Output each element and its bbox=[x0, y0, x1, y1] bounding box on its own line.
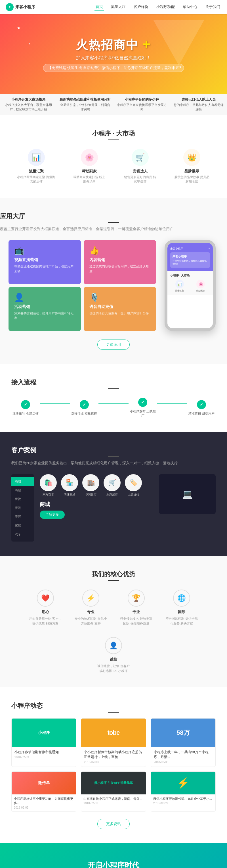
process-divider bbox=[108, 389, 119, 389]
market-icons: 📊 流量汇聚 小程序帮助商家汇聚 流量到您的店铺 🌸 帮助到家 帮助商家快速打造… bbox=[17, 149, 210, 184]
dynamics-card-img-0: 小程序 bbox=[12, 718, 76, 747]
dynamics-card-3[interactable]: 微传单 小程序新增近三个重要功能，为商家提供更多... 2018-02-03 bbox=[11, 771, 76, 812]
app-card-3[interactable]: 🎙️ 语音自助充值 便捷的语音充值服务，提升用户体验和留存 bbox=[84, 287, 156, 331]
cases-sidebar-item-1[interactable]: 商超 bbox=[11, 486, 34, 495]
nav-item-home[interactable]: 首页 bbox=[94, 4, 104, 10]
phone-hero-box: 来客小程序 开创生活新时代，激励自己赚钱钱财富! bbox=[170, 252, 210, 268]
advantage-0: ❤️ 用心 用心服务每一位 客户，提供优质 解决方案 bbox=[28, 590, 63, 626]
cases-more-button[interactable]: 了解更多 bbox=[40, 510, 65, 519]
qr-box-0: 🛍️ bbox=[40, 474, 57, 491]
app-card-icon-2: 👤 bbox=[14, 293, 75, 302]
dynamics-card-body-5: 微信小程序开放源代码，允许企业基于小... 2018-02-03 bbox=[151, 795, 215, 807]
phone-mini-icon-0: 📊 流量汇聚 bbox=[170, 280, 189, 292]
process-title: 接入流程 bbox=[11, 378, 216, 387]
app-hall-divider bbox=[108, 222, 119, 223]
plus-icon: + bbox=[143, 37, 151, 52]
advantages-divider bbox=[108, 580, 119, 581]
app-hall-inner: 📺 视频直播营销 帮助企业通过视频内容推广产品，引起用户互动 👍 内容营销 通过… bbox=[0, 240, 227, 331]
process-dot-1: ✓ bbox=[80, 400, 89, 409]
nav-item-help[interactable]: 帮助中心 bbox=[182, 4, 199, 10]
more-dynamics-button[interactable]: 更多资讯 bbox=[97, 819, 130, 829]
logo-text: 来客小程序 bbox=[15, 4, 35, 10]
dynamics-card-img-2: 58万 bbox=[151, 718, 215, 747]
app-card-0[interactable]: 📺 视频直播营销 帮助企业通过视频内容推广产品，引起用户互动 bbox=[8, 240, 81, 284]
dynamics-card-4[interactable]: 微小程序 引发APP流量暴革 山东省首批小程序正式运营，济南、青岛... 201… bbox=[81, 771, 146, 812]
info-item-3: 连接已口亿人以上人员 您的小程序，从此与数亿人有着无缝连接 bbox=[170, 97, 227, 112]
process-step-1: ✓ 选择行业 模板选择 bbox=[70, 400, 99, 416]
cases-divider bbox=[108, 456, 119, 457]
nav-item-about[interactable]: 关于我们 bbox=[204, 4, 221, 10]
advantage-3: 🌐 国际 符合国际标准 提供全球化服务 解决方案 bbox=[164, 590, 199, 626]
app-card-icon-3: 🎙️ bbox=[89, 293, 150, 302]
star-icon: ✦ bbox=[28, 42, 30, 45]
app-card-title-2: 活动营销 bbox=[14, 304, 75, 309]
cases-sidebar-item-2[interactable]: 餐饮 bbox=[11, 495, 34, 503]
dynamics-card-img-3: 微传单 bbox=[12, 772, 76, 795]
dynamics-card-body-2: 小程序上线一年，一共有58万个小程序，月活... 2018-02-03 bbox=[151, 747, 215, 767]
process-step-0: ✓ 注册账号 创建店铺 bbox=[11, 400, 40, 416]
laptop-image: 💻 bbox=[159, 474, 216, 514]
nav-menu: 首页 流量大厅 客户样例 小程序功能 帮助中心 关于我们 bbox=[94, 4, 221, 10]
dynamics-more: 更多资讯 bbox=[11, 819, 216, 829]
logo[interactable]: ✦ 来客小程序 bbox=[6, 3, 35, 11]
process-label-0: 注册账号 创建店铺 bbox=[12, 411, 38, 416]
phone-body: 小程序 · 大市场 📊 流量汇聚 🌸 帮助到家 bbox=[167, 271, 213, 295]
process-steps-row: ✓ 注册账号 创建店铺 ✓ 选择行业 模板选择 ✓ 小程序发布 上线推广 ✓ 精… bbox=[11, 398, 216, 418]
cases-section: 客户案例 我们已为20余家企业提供服务输出，帮助他们完成精细化用户管理，深入一对… bbox=[0, 432, 227, 556]
app-card-title-1: 内容营销 bbox=[89, 257, 150, 262]
cases-sidebar-item-6[interactable]: 汽车 bbox=[11, 530, 34, 539]
dynamics-card-1[interactable]: tobe 个小程序暂停审核期间哦小程序注册仍正常进行，上线，审核 2018-02… bbox=[81, 718, 146, 767]
dynamics-divider bbox=[108, 712, 119, 713]
phone-mini-icons: 📊 流量汇聚 🌸 帮助到家 bbox=[170, 280, 210, 292]
advantage-desc-2: 行业领先技术 经验丰富团队 保障服务质量 bbox=[119, 616, 153, 626]
process-dot-0: ✓ bbox=[21, 400, 30, 409]
advantage-desc-3: 符合国际标准 提供全球化服务 解决方案 bbox=[164, 616, 199, 626]
process-section: 接入流程 ✓ 注册账号 创建店铺 ✓ 选择行业 模板选择 ✓ 小程序发布 上线推… bbox=[0, 364, 227, 432]
app-cards-grid: 📺 视频直播营销 帮助企业通过视频内容推广产品，引起用户互动 👍 内容营销 通过… bbox=[8, 240, 156, 331]
advantage-circle-0: ❤️ bbox=[37, 590, 54, 607]
dynamics-card-img-1: tobe bbox=[81, 718, 146, 747]
more-apps-button[interactable]: 更多应用 bbox=[97, 340, 130, 350]
dynamics-grid-row1: 小程序 小程序春节假期暂停审核通知 2018-02-03 tobe 个小程序暂停… bbox=[11, 718, 216, 767]
app-hall-subtitle: 覆盖主要行业开发开发到大框架联通，全盲选择应用标准，全渠道引流，一键覆盖全客户精… bbox=[0, 226, 227, 231]
cases-sidebar-item-3[interactable]: 服装 bbox=[11, 503, 34, 512]
dynamics-card-img-4: 微小程序 引发APP流量暴革 bbox=[81, 772, 146, 795]
dynamics-card-title-5: 微信小程序开放源代码，允许企业基于小... bbox=[153, 797, 213, 801]
dynamics-card-2[interactable]: 58万 小程序上线一年，一共有58万个小程序，月活... 2018-02-03 bbox=[151, 718, 216, 767]
qr-item-4: 🏷️ 上品折扣 bbox=[125, 474, 142, 497]
cases-sidebar: 商城 商超 餐饮 服装 美容 家居 汽车 bbox=[11, 474, 34, 541]
dynamics-card-5[interactable]: ⚡ 微信小程序开放源代码，允许企业基于小... 2018-02-03 bbox=[151, 771, 216, 812]
qr-box-2: 🏬 bbox=[82, 474, 99, 491]
dynamics-card-body-4: 山东省首批小程序正式运营，济南、青岛... 2018-02-03 bbox=[81, 795, 146, 807]
market-circle-3: 👑 bbox=[183, 149, 200, 166]
nav-item-hall[interactable]: 流量大厅 bbox=[110, 4, 127, 10]
dynamics-card-title-3: 小程序新增近三个重要功能，为商家提供更多... bbox=[14, 797, 74, 805]
dynamics-card-body-0: 小程序春节假期暂停审核通知 2018-02-03 bbox=[12, 747, 76, 762]
dynamics-card-0[interactable]: 小程序 小程序春节假期暂停审核通知 2018-02-03 bbox=[11, 718, 76, 767]
advantage-circle-3: 🌐 bbox=[173, 590, 190, 607]
info-item-1: 最新功能亮点组建和模板使用分析 全渠道引流，业务快速开展，利润合作实现 bbox=[57, 97, 114, 112]
app-card-1[interactable]: 👍 内容营销 通过优质内容吸引目标用户，建立品牌认知度 bbox=[84, 240, 156, 284]
cases-sidebar-item-4[interactable]: 美容 bbox=[11, 512, 34, 521]
advantage-title-2: 专业 bbox=[119, 610, 153, 615]
dynamics-card-date-0: 2018-02-03 bbox=[14, 756, 73, 759]
dynamics-card-title-1: 个小程序暂停审核期间哦小程序注册仍正常进行，上线，审核 bbox=[84, 750, 143, 760]
dynamics-card-date-4: 2018-02-03 bbox=[83, 802, 143, 805]
advantages-section: 我们的核心优势 ❤️ 用心 用心服务每一位 客户，提供优质 解决方案 ⚡ 专业 … bbox=[0, 556, 227, 687]
app-card-desc-2: 策划各类营销活动，提升用户参与度和转化率 bbox=[14, 311, 75, 320]
market-icon-3: 👑 品牌展示 展示您的品牌故事 提升品牌知名度 bbox=[174, 149, 210, 184]
market-divider bbox=[108, 140, 119, 141]
app-card-desc-0: 帮助企业通过视频内容推广产品，引起用户互动 bbox=[14, 264, 75, 273]
cta-title: 开启小程序时代 bbox=[11, 860, 216, 868]
process-step-2: ✓ 小程序发布 上线推广 bbox=[128, 398, 157, 418]
cases-sidebar-item-5[interactable]: 家居 bbox=[11, 521, 34, 530]
app-card-2[interactable]: 👤 活动营销 策划各类营销活动，提升用户参与度和转化率 bbox=[8, 287, 81, 331]
qr-item-0: 🛍️ 东方百货 bbox=[40, 474, 57, 497]
process-line-0 bbox=[40, 403, 70, 404]
cases-sidebar-item-0[interactable]: 商城 bbox=[11, 477, 34, 486]
process-label-2: 小程序发布 上线推广 bbox=[128, 409, 157, 418]
nav-item-features[interactable]: 小程序功能 bbox=[155, 4, 176, 10]
advantage-desc-4: 诚信经营，让每 位客户放心选择 LAI·小程序 bbox=[97, 664, 130, 673]
hero-title: 火热招商中 + bbox=[43, 36, 184, 53]
nav-item-cases[interactable]: 客户样例 bbox=[133, 4, 150, 10]
